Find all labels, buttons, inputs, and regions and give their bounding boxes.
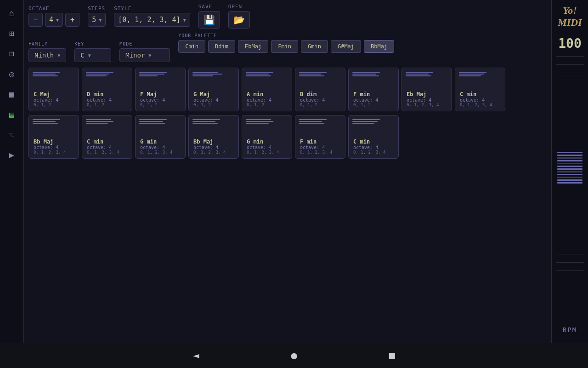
palette-group: YOUR PALETTE Cmin Ddim EbMaj Fmin Gmin G… — [178, 33, 394, 58]
chord-name: Bb Maj — [34, 138, 74, 145]
sidebar: ⌂ ⊞ ⊟ ◎ ▦ ▤ ☜ ▶ — [0, 0, 24, 343]
steps-arrow-icon: ▼ — [99, 17, 102, 23]
sidebar-item-play[interactable]: ▶ — [3, 145, 21, 164]
chord-card-gmin2[interactable]: G min octave: 4 0, 1, 2, 3, 4 — [242, 115, 292, 159]
main-content: OCTAVE − 4 ▼ + STEPS 5 ▼ — [24, 0, 551, 343]
chord-card-bdim[interactable]: B dim octave: 4 0, 1, 2 — [295, 68, 345, 111]
palette-chip-2[interactable]: EbMaj — [238, 40, 268, 53]
chord-row-1: C Maj octave: 4 0, 1, 2 D min octave: 4 … — [28, 68, 547, 111]
chord-bars — [192, 119, 220, 124]
chord-bars-fmaj — [139, 72, 167, 76]
sidebar-item-home[interactable]: ⌂ — [3, 4, 21, 22]
family-label: FAMILY — [28, 41, 66, 46]
chord-octave: octave: 4 — [140, 145, 181, 150]
octave-arrow-icon: ▼ — [56, 17, 59, 23]
octave-increase-button[interactable]: + — [65, 13, 79, 27]
chord-name: A min — [247, 91, 287, 98]
octave-decrease-button[interactable]: − — [28, 13, 43, 27]
chord-steps: 0, 1, 2 — [353, 103, 394, 107]
sidebar-item-hand[interactable]: ☜ — [3, 125, 21, 144]
chord-name: Eb Maj — [407, 91, 447, 98]
sidebar-item-dial[interactable]: ◎ — [3, 64, 21, 83]
chord-bars — [33, 119, 60, 124]
chord-bars — [299, 119, 327, 124]
android-recent-button[interactable]: ■ — [389, 350, 395, 361]
chord-card-bbmaj[interactable]: Bb Maj octave: 4 0, 1, 2, 3, 4 — [28, 115, 79, 159]
chord-row-2: Bb Maj octave: 4 0, 1, 2, 3, 4 C min oct… — [28, 115, 547, 159]
open-group: OPEN 📂 — [228, 4, 250, 29]
open-button[interactable]: 📂 — [228, 11, 250, 29]
save-button[interactable]: 💾 — [198, 11, 220, 29]
octave-value-dropdown[interactable]: 4 ▼ — [45, 13, 63, 27]
family-arrow-icon: ▼ — [57, 53, 60, 58]
mode-dropdown[interactable]: Minor ▼ — [119, 48, 170, 62]
octave-label: OCTAVE — [28, 6, 79, 12]
open-label: OPEN — [228, 4, 250, 10]
chord-card-cmin2[interactable]: C min octave: 4 0, 1, 2, 3, 4 — [82, 115, 132, 159]
palette-chip-6[interactable]: BbMaj — [364, 40, 394, 53]
chord-octave: octave: 4 — [247, 98, 287, 103]
chord-card-gmaj[interactable]: G Maj octave: 4 0, 1, 2 — [188, 68, 239, 111]
chord-name: G min — [140, 138, 181, 145]
divider-2 — [556, 64, 584, 65]
chord-card-gmin[interactable]: G min octave: 4 0, 1, 2, 3, 4 — [135, 115, 186, 159]
chord-card-cmaj[interactable]: C Maj octave: 4 0, 1, 2 — [28, 68, 79, 111]
style-value-dropdown[interactable]: [0, 1, 2, 3, 4] ▼ — [114, 13, 190, 27]
divider-4 — [556, 254, 584, 254]
chord-octave: octave: 4 — [353, 98, 394, 103]
chord-card-ebmaj[interactable]: Eb Maj octave: 4 0, 1, 2, 3, 4 — [401, 68, 452, 111]
save-group: SAVE 💾 — [198, 4, 220, 29]
steps-value-dropdown[interactable]: 5 ▼ — [88, 13, 106, 27]
chord-card-amin[interactable]: A min octave: 4 0, 1, 2 — [242, 68, 292, 111]
scroll-indicator[interactable] — [557, 152, 582, 184]
chord-steps: 0, 1, 2 — [140, 103, 181, 107]
chord-card-fmin2[interactable]: F min octave: 4 0, 1, 2, 3, 4 — [295, 115, 345, 159]
scroll-bar — [557, 177, 582, 178]
key-dropdown[interactable]: C ▼ — [74, 48, 111, 62]
chord-name: G min — [247, 138, 287, 145]
steps-label: STEPS — [88, 6, 106, 12]
chord-card-cmin3[interactable]: C min octave: 4 0, 1, 2, 3, 4 — [348, 115, 399, 159]
sidebar-item-pattern[interactable]: ▤ — [3, 105, 21, 123]
divider-1 — [556, 56, 584, 57]
chord-card-cmin[interactable]: C min octave: 4 0, 1, 2, 3, 4 — [455, 68, 505, 111]
chord-octave: octave: 4 — [140, 98, 181, 103]
chord-bars-dmin — [86, 72, 113, 76]
palette-chip-0[interactable]: Cmin — [178, 40, 205, 53]
scroll-bar — [557, 163, 582, 164]
chord-steps: 0, 1, 2, 3, 4 — [140, 150, 181, 155]
chord-steps: 0, 1, 2, 3, 4 — [247, 150, 287, 155]
android-back-button[interactable]: ◄ — [193, 350, 199, 361]
palette-chip-1[interactable]: Ddim — [208, 40, 235, 53]
sidebar-item-sliders[interactable]: ⊟ — [3, 44, 21, 63]
chord-octave: octave: 4 — [300, 145, 340, 150]
octave-group: OCTAVE − 4 ▼ + — [28, 6, 79, 27]
chord-card-bbmaj2[interactable]: Bb Maj octave: 4 0, 1, 2, 3, 4 — [188, 115, 239, 159]
chord-name: Bb Maj — [193, 138, 234, 145]
chord-bars-bdim — [299, 72, 327, 76]
family-group: FAMILY Ninth ▼ — [28, 41, 66, 62]
chord-card-fmaj[interactable]: F Maj octave: 4 0, 1, 2 — [135, 68, 186, 111]
scroll-bar — [557, 174, 582, 175]
scroll-bar — [557, 171, 582, 172]
key-label: KEY — [74, 41, 111, 46]
android-home-button[interactable]: ● — [291, 350, 297, 361]
chord-name: F min — [353, 91, 394, 98]
palette-label: YOUR PALETTE — [178, 33, 394, 38]
sidebar-item-piano[interactable]: ▦ — [3, 85, 21, 103]
app-title: Yo! MIDI — [554, 5, 586, 29]
family-dropdown[interactable]: Ninth ▼ — [28, 48, 66, 62]
chord-octave: octave: 4 — [193, 145, 234, 150]
chord-bars-amin — [246, 72, 273, 76]
sidebar-item-grid[interactable]: ⊞ — [3, 24, 21, 42]
chord-name: D min — [87, 91, 127, 98]
chord-card-fmin[interactable]: F min octave: 4 0, 1, 2 — [348, 68, 399, 111]
chord-name: C Maj — [34, 91, 74, 98]
palette-chip-4[interactable]: Gmin — [301, 40, 328, 53]
palette-chip-5[interactable]: G#Maj — [331, 40, 361, 53]
palette-chip-3[interactable]: Fmin — [271, 40, 298, 53]
octave-controls: − 4 ▼ + — [28, 13, 79, 27]
chord-card-dmin[interactable]: D min octave: 4 0, 1, 2 — [82, 68, 132, 111]
chord-steps: 0, 1, 2 — [34, 103, 74, 107]
scroll-bar — [557, 166, 582, 167]
